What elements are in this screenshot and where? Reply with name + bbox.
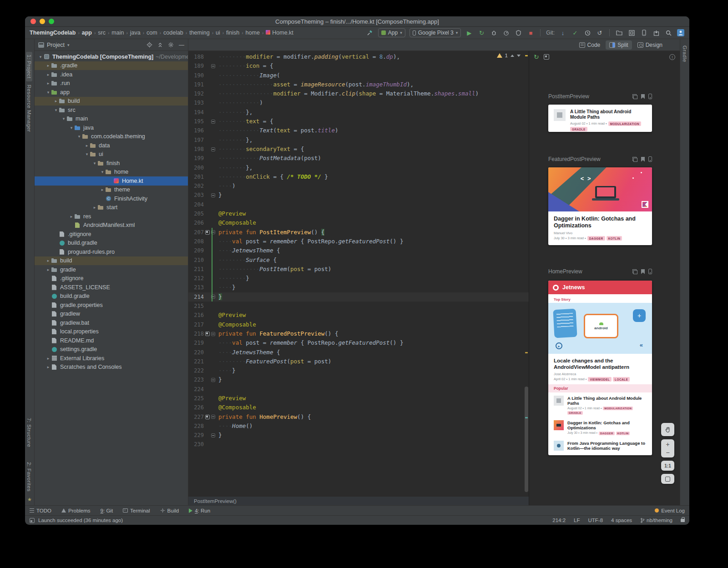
- git-branch[interactable]: nb/theming: [640, 518, 672, 523]
- sdk-manager-icon[interactable]: [652, 29, 660, 37]
- code-text[interactable]: @Preview: [217, 311, 529, 320]
- tree-item-finishactivity[interactable]: FinishActivity: [35, 194, 188, 203]
- git-update-icon[interactable]: ↓: [559, 29, 567, 37]
- code-text[interactable]: ········secondaryText = {: [217, 145, 529, 154]
- nav-crumb[interactable]: home: [246, 30, 260, 36]
- tree-chevron-icon[interactable]: ▾: [61, 116, 67, 121]
- code-text[interactable]: ········},: [217, 136, 529, 145]
- tree-item-app[interactable]: ▾app: [35, 88, 188, 97]
- tree-chevron-icon[interactable]: ▸: [45, 81, 51, 85]
- code-text[interactable]: @Composable: [217, 320, 529, 329]
- tree-item-finish[interactable]: ▾finish: [35, 159, 188, 168]
- nav-crumb[interactable]: codelab: [163, 30, 183, 36]
- tree-chevron-icon[interactable]: ▸: [45, 258, 51, 263]
- code-text[interactable]: ············Text(text = post.title): [217, 126, 529, 135]
- error-stripe-mark[interactable]: [525, 55, 528, 56]
- tree-chevron-icon[interactable]: ▾: [84, 152, 90, 156]
- tree-item-.idea[interactable]: ▸.idea: [35, 70, 188, 79]
- tree-chevron-icon[interactable]: ▾: [99, 170, 106, 174]
- hide-panel-icon[interactable]: —: [179, 42, 184, 48]
- preview-gutter-icon[interactable]: [205, 332, 210, 336]
- locate-file-icon[interactable]: [147, 42, 152, 48]
- code-text[interactable]: @Preview: [217, 209, 529, 218]
- device-file-explorer-icon[interactable]: [615, 29, 623, 37]
- tree-item-gradle[interactable]: ▸gradle: [35, 265, 188, 274]
- tree-item-androidmanifest.xml[interactable]: AndroidManifest.xml: [35, 221, 188, 230]
- line-separator[interactable]: LF: [574, 518, 580, 523]
- bookmark-icon[interactable]: [641, 269, 645, 274]
- bookmark-icon[interactable]: [641, 94, 645, 99]
- nav-crumb[interactable]: ThemingCodelab: [30, 30, 76, 36]
- apply-changes-icon[interactable]: ↻: [477, 29, 485, 37]
- tree-item-.gitignore[interactable]: .gitignore: [35, 230, 188, 239]
- fold-icon[interactable]: [211, 64, 215, 68]
- code-area[interactable]: 188········modifier = modifier.padding(v…: [188, 51, 529, 496]
- preview-gutter-icon[interactable]: [205, 230, 210, 235]
- tree-item-local.properties[interactable]: local.properties: [35, 327, 188, 337]
- code-text[interactable]: [217, 385, 529, 394]
- tool-button-structure[interactable]: 7: Structure: [26, 418, 32, 447]
- tool-button-git[interactable]: 9: Git: [101, 508, 113, 513]
- debug-icon[interactable]: [490, 29, 498, 37]
- code-text[interactable]: ········}: [217, 274, 529, 283]
- tree-item-java[interactable]: ▾java: [35, 123, 188, 132]
- tree-item-themingcodelab-composetheming-[interactable]: ▾ThemingCodelab [ComposeTheming]~/Develo…: [35, 52, 188, 61]
- tool-button-run[interactable]: 4: Run: [189, 508, 210, 513]
- tool-button-todo[interactable]: TODO: [30, 508, 51, 513]
- code-text[interactable]: private fun FeaturedPostPreview() {: [217, 329, 529, 338]
- code-text[interactable]: ········text = {: [217, 117, 529, 126]
- fold-icon[interactable]: [211, 378, 215, 382]
- git-history-icon[interactable]: [583, 29, 592, 37]
- code-text[interactable]: }: [217, 431, 529, 440]
- tool-button-project[interactable]: 1: Project: [26, 52, 32, 81]
- tree-chevron-icon[interactable]: ▾: [68, 126, 75, 130]
- profile-avatar-icon[interactable]: [677, 29, 685, 37]
- tree-chevron-icon[interactable]: ▸: [45, 267, 51, 272]
- code-text[interactable]: ····}: [217, 283, 529, 292]
- code-text[interactable]: ····val post = remember { PostRepo.getFe…: [217, 338, 529, 347]
- tree-chevron-icon[interactable]: ▸: [99, 187, 106, 192]
- run-button[interactable]: ▶: [465, 29, 473, 37]
- code-text[interactable]: ············): [217, 98, 529, 107]
- tree-item-assets-license[interactable]: ASSETS_LICENSE: [35, 283, 188, 292]
- code-text[interactable]: [217, 302, 529, 311]
- nav-crumb[interactable]: main: [111, 30, 124, 36]
- chevron-down-icon[interactable]: ▾: [67, 43, 70, 47]
- code-text[interactable]: @Composable: [217, 218, 529, 227]
- nav-crumb[interactable]: java: [130, 30, 141, 36]
- tree-item-proguard-rules.pro[interactable]: proguard-rules.pro: [35, 247, 188, 256]
- nav-crumb[interactable]: theming: [189, 30, 209, 36]
- tree-item-gradle.properties[interactable]: gradle.properties: [35, 301, 188, 310]
- tree-chevron-icon[interactable]: ▸: [45, 356, 51, 361]
- code-text[interactable]: private fun PostItemPreview() {: [217, 228, 529, 237]
- tree-item-.gradle[interactable]: ▸.gradle: [35, 61, 188, 70]
- settings-gear-icon[interactable]: [168, 42, 174, 48]
- zoom-in-button[interactable]: +: [666, 441, 669, 448]
- tree-item-gradlew[interactable]: gradlew: [35, 310, 188, 319]
- tool-button-resource-manager[interactable]: Resource Manager: [26, 85, 32, 132]
- code-text[interactable]: ········},: [217, 108, 529, 117]
- editor-scrollbar[interactable]: [525, 387, 528, 492]
- fold-icon[interactable]: [211, 193, 215, 197]
- fold-icon[interactable]: [211, 147, 215, 151]
- prev-issue-icon[interactable]: [511, 55, 514, 57]
- tree-item-build.gradle[interactable]: build.gradle: [35, 239, 188, 248]
- tree-chevron-icon[interactable]: ▾: [45, 90, 51, 95]
- nav-crumb[interactable]: src: [98, 30, 106, 36]
- tree-item-build[interactable]: ▸build: [35, 97, 188, 106]
- fold-icon[interactable]: [211, 415, 215, 419]
- tree-item-main[interactable]: ▾main: [35, 115, 188, 124]
- nav-crumb[interactable]: ui: [216, 30, 220, 36]
- code-text[interactable]: ············PostItem(post = post): [217, 265, 529, 274]
- git-commit-icon[interactable]: ✓: [571, 29, 579, 37]
- zoom-to-fit-button[interactable]: [661, 474, 674, 484]
- code-text[interactable]: [217, 440, 529, 449]
- tree-item-build[interactable]: ▸build: [35, 256, 188, 266]
- refresh-preview-icon[interactable]: ↻: [534, 53, 539, 60]
- tool-button-gradle[interactable]: Gradle: [682, 45, 688, 62]
- tree-chevron-icon[interactable]: ▸: [53, 99, 59, 103]
- tree-item-res[interactable]: ▸res: [35, 212, 188, 221]
- code-text[interactable]: ········FeaturedPost(post = post): [217, 357, 529, 366]
- preview-gutter-icon[interactable]: [205, 415, 210, 419]
- deploy-preview-icon[interactable]: [648, 269, 652, 274]
